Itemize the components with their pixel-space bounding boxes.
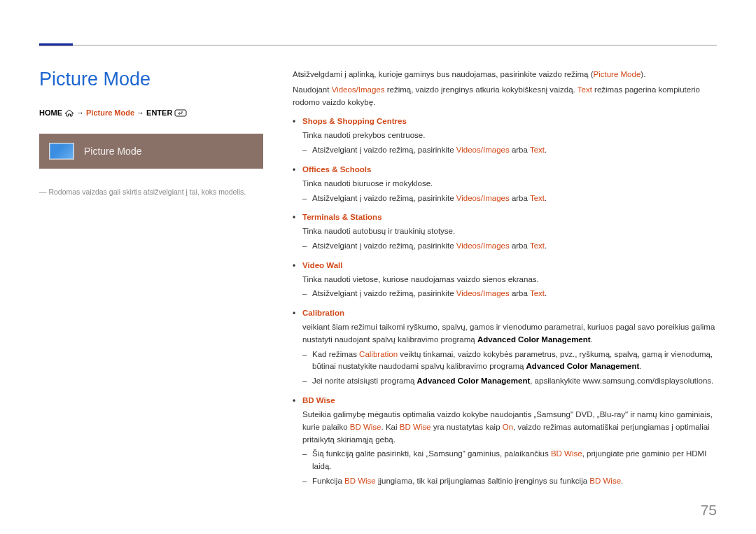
mode-sub: Atsižvelgiant į vaizdo režimą, pasirinki…	[302, 144, 717, 157]
mode-title: Video Wall	[302, 260, 717, 272]
mode-shops: Shops & Shopping Centres Tinka naudoti p…	[293, 115, 717, 156]
mode-title: BD Wise	[302, 395, 717, 407]
page-title: Picture Mode	[39, 69, 263, 90]
arrow-icon: →	[136, 108, 144, 117]
mode-calibration: Calibration veikiant šiam režimui taikom…	[293, 307, 717, 388]
svg-rect-0	[175, 110, 186, 116]
mode-title: Shops & Shopping Centres	[302, 115, 717, 128]
right-column: Atsižvelgdami į aplinką, kurioje gaminys…	[293, 69, 717, 488]
mode-sub: Atsižvelgiant į vaizdo režimą, pasirinki…	[302, 240, 717, 253]
mode-sub: Šią funkciją galite pasirinkti, kai „Sam…	[302, 448, 717, 473]
page-number: 75	[701, 502, 717, 519]
picture-mode-thumb-icon	[49, 143, 74, 160]
mode-desc: veikiant šiam režimui taikomi ryškumo, s…	[302, 321, 717, 346]
mode-sub: Funkcija BD Wise įjungiama, tik kai prij…	[302, 475, 717, 488]
picture-mode-bar-label: Picture Mode	[84, 146, 141, 157]
mode-offices: Offices & Schools Tinka naudoti biuruose…	[293, 164, 717, 204]
mode-sub: Atsižvelgiant į vaizdo režimą, pasirinki…	[302, 192, 717, 205]
mode-title: Offices & Schools	[302, 164, 717, 176]
mode-sub: Kad režimas Calibration veiktų tinkamai,…	[302, 349, 717, 374]
mode-terminals: Terminals & Stations Tinka naudoti autob…	[293, 211, 717, 252]
header-rule	[39, 45, 717, 45]
breadcrumb-enter: ENTER	[146, 108, 172, 117]
mode-desc: Suteikia galimybę mėgautis optimalia vai…	[302, 409, 717, 446]
home-icon	[64, 109, 74, 117]
content: Picture Mode HOME → Picture Mode → ENTER…	[39, 69, 717, 488]
mode-bdwise: BD Wise Suteikia galimybę mėgautis optim…	[293, 395, 717, 488]
intro-line-1: Atsižvelgdami į aplinką, kurioje gaminys…	[293, 69, 717, 81]
intro-line-2: Naudojant Videos/Images režimą, vaizdo į…	[293, 84, 717, 109]
mode-list: Shops & Shopping Centres Tinka naudoti p…	[293, 115, 717, 487]
enter-icon	[174, 109, 187, 117]
mode-title: Terminals & Stations	[302, 211, 717, 224]
model-note: ― Rodomas vaizdas gali skirtis atsižvelg…	[39, 187, 263, 197]
arrow-icon: →	[76, 108, 84, 117]
mode-desc: Tinka naudoti autobusų ir traukinių stot…	[302, 225, 717, 238]
mode-desc: Tinka naudoti biuruose ir mokyklose.	[302, 178, 717, 190]
breadcrumb-home: HOME	[39, 108, 62, 117]
left-column: Picture Mode HOME → Picture Mode → ENTER…	[39, 69, 263, 488]
mode-title: Calibration	[302, 307, 717, 320]
mode-desc: Tinka naudoti vietose, kuriose naudojama…	[302, 274, 717, 286]
mode-sub: Jei norite atsisiųsti programą Advanced …	[302, 375, 717, 388]
mode-desc: Tinka naudoti prekybos centruose.	[302, 129, 717, 142]
mode-videowall: Video Wall Tinka naudoti vietose, kurios…	[293, 260, 717, 300]
breadcrumb-picture-mode: Picture Mode	[86, 108, 134, 117]
picture-mode-bar: Picture Mode	[39, 134, 263, 169]
mode-sub: Atsižvelgiant į vaizdo režimą, pasirinki…	[302, 288, 717, 300]
breadcrumb: HOME → Picture Mode → ENTER	[39, 108, 263, 117]
